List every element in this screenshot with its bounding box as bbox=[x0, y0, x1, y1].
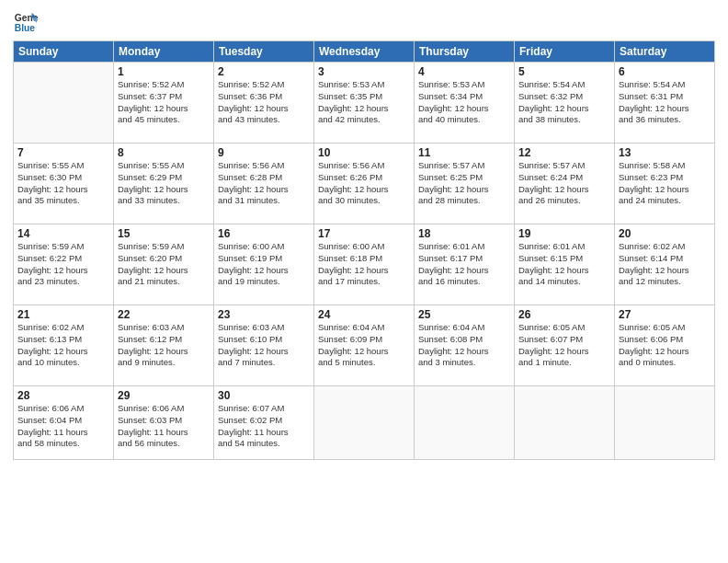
day-number: 3 bbox=[318, 65, 410, 78]
calendar-cell: 7Sunrise: 5:55 AM Sunset: 6:30 PM Daylig… bbox=[14, 144, 114, 224]
calendar-cell: 13Sunrise: 5:58 AM Sunset: 6:23 PM Dayli… bbox=[615, 144, 715, 224]
col-header-friday: Friday bbox=[515, 41, 615, 63]
day-number: 16 bbox=[218, 227, 310, 240]
day-number: 9 bbox=[218, 146, 310, 159]
calendar-cell: 30Sunrise: 6:07 AM Sunset: 6:02 PM Dayli… bbox=[214, 386, 314, 460]
day-number: 21 bbox=[17, 308, 109, 321]
calendar-cell: 6Sunrise: 5:54 AM Sunset: 6:31 PM Daylig… bbox=[615, 63, 715, 144]
day-number: 14 bbox=[17, 227, 109, 240]
day-number: 5 bbox=[518, 65, 610, 78]
day-number: 11 bbox=[418, 146, 510, 159]
calendar-cell: 29Sunrise: 6:06 AM Sunset: 6:03 PM Dayli… bbox=[114, 386, 214, 460]
day-info: Sunrise: 6:05 AM Sunset: 6:06 PM Dayligh… bbox=[619, 322, 711, 369]
day-number: 13 bbox=[619, 146, 711, 159]
day-number: 2 bbox=[218, 65, 310, 78]
day-info: Sunrise: 5:53 AM Sunset: 6:35 PM Dayligh… bbox=[318, 79, 410, 126]
calendar-header-row: SundayMondayTuesdayWednesdayThursdayFrid… bbox=[14, 41, 715, 63]
calendar-cell: 27Sunrise: 6:05 AM Sunset: 6:06 PM Dayli… bbox=[615, 305, 715, 386]
day-info: Sunrise: 5:55 AM Sunset: 6:29 PM Dayligh… bbox=[118, 160, 210, 207]
page-header: General Blue bbox=[13, 9, 715, 35]
day-info: Sunrise: 5:54 AM Sunset: 6:32 PM Dayligh… bbox=[518, 79, 610, 126]
day-info: Sunrise: 5:57 AM Sunset: 6:25 PM Dayligh… bbox=[418, 160, 510, 207]
day-info: Sunrise: 6:00 AM Sunset: 6:19 PM Dayligh… bbox=[218, 241, 310, 288]
day-info: Sunrise: 6:00 AM Sunset: 6:18 PM Dayligh… bbox=[318, 241, 410, 288]
calendar-cell: 15Sunrise: 5:59 AM Sunset: 6:20 PM Dayli… bbox=[114, 224, 214, 305]
day-info: Sunrise: 6:03 AM Sunset: 6:12 PM Dayligh… bbox=[118, 322, 210, 369]
day-info: Sunrise: 5:58 AM Sunset: 6:23 PM Dayligh… bbox=[619, 160, 711, 207]
calendar-cell: 8Sunrise: 5:55 AM Sunset: 6:29 PM Daylig… bbox=[114, 144, 214, 224]
calendar-cell bbox=[314, 386, 415, 460]
day-number: 27 bbox=[619, 308, 711, 321]
day-number: 7 bbox=[17, 146, 109, 159]
logo: General Blue bbox=[13, 9, 42, 35]
day-number: 30 bbox=[218, 389, 310, 402]
day-info: Sunrise: 6:01 AM Sunset: 6:15 PM Dayligh… bbox=[518, 241, 610, 288]
calendar-table: SundayMondayTuesdayWednesdayThursdayFrid… bbox=[13, 40, 715, 460]
col-header-sunday: Sunday bbox=[14, 41, 114, 63]
col-header-thursday: Thursday bbox=[415, 41, 515, 63]
day-info: Sunrise: 6:07 AM Sunset: 6:02 PM Dayligh… bbox=[218, 403, 310, 450]
day-info: Sunrise: 6:05 AM Sunset: 6:07 PM Dayligh… bbox=[518, 322, 610, 369]
calendar-cell bbox=[615, 386, 715, 460]
calendar-cell: 16Sunrise: 6:00 AM Sunset: 6:19 PM Dayli… bbox=[214, 224, 314, 305]
day-info: Sunrise: 5:57 AM Sunset: 6:24 PM Dayligh… bbox=[518, 160, 610, 207]
day-info: Sunrise: 6:06 AM Sunset: 6:03 PM Dayligh… bbox=[118, 403, 210, 450]
calendar-cell: 12Sunrise: 5:57 AM Sunset: 6:24 PM Dayli… bbox=[515, 144, 615, 224]
day-number: 22 bbox=[118, 308, 210, 321]
calendar-cell: 25Sunrise: 6:04 AM Sunset: 6:08 PM Dayli… bbox=[415, 305, 515, 386]
calendar-cell bbox=[515, 386, 615, 460]
day-number: 28 bbox=[17, 389, 109, 402]
svg-text:Blue: Blue bbox=[15, 23, 36, 33]
day-number: 15 bbox=[118, 227, 210, 240]
col-header-monday: Monday bbox=[114, 41, 214, 63]
day-info: Sunrise: 6:03 AM Sunset: 6:10 PM Dayligh… bbox=[218, 322, 310, 369]
calendar-cell: 28Sunrise: 6:06 AM Sunset: 6:04 PM Dayli… bbox=[14, 386, 114, 460]
day-number: 18 bbox=[418, 227, 510, 240]
day-info: Sunrise: 5:52 AM Sunset: 6:36 PM Dayligh… bbox=[218, 79, 310, 126]
day-number: 8 bbox=[118, 146, 210, 159]
day-info: Sunrise: 5:59 AM Sunset: 6:20 PM Dayligh… bbox=[118, 241, 210, 288]
day-number: 4 bbox=[418, 65, 510, 78]
calendar-cell: 3Sunrise: 5:53 AM Sunset: 6:35 PM Daylig… bbox=[314, 63, 415, 144]
day-info: Sunrise: 6:06 AM Sunset: 6:04 PM Dayligh… bbox=[17, 403, 109, 450]
day-number: 23 bbox=[218, 308, 310, 321]
day-info: Sunrise: 5:55 AM Sunset: 6:30 PM Dayligh… bbox=[17, 160, 109, 207]
calendar-cell: 4Sunrise: 5:53 AM Sunset: 6:34 PM Daylig… bbox=[415, 63, 515, 144]
day-info: Sunrise: 5:56 AM Sunset: 6:26 PM Dayligh… bbox=[318, 160, 410, 207]
calendar-cell: 19Sunrise: 6:01 AM Sunset: 6:15 PM Dayli… bbox=[515, 224, 615, 305]
calendar-cell: 1Sunrise: 5:52 AM Sunset: 6:37 PM Daylig… bbox=[114, 63, 214, 144]
day-number: 26 bbox=[518, 308, 610, 321]
calendar-cell: 17Sunrise: 6:00 AM Sunset: 6:18 PM Dayli… bbox=[314, 224, 415, 305]
day-info: Sunrise: 6:01 AM Sunset: 6:17 PM Dayligh… bbox=[418, 241, 510, 288]
day-info: Sunrise: 6:02 AM Sunset: 6:13 PM Dayligh… bbox=[17, 322, 109, 369]
day-info: Sunrise: 6:02 AM Sunset: 6:14 PM Dayligh… bbox=[619, 241, 711, 288]
day-number: 1 bbox=[118, 65, 210, 78]
calendar-cell: 26Sunrise: 6:05 AM Sunset: 6:07 PM Dayli… bbox=[515, 305, 615, 386]
calendar-cell: 11Sunrise: 5:57 AM Sunset: 6:25 PM Dayli… bbox=[415, 144, 515, 224]
day-number: 29 bbox=[118, 389, 210, 402]
day-number: 24 bbox=[318, 308, 410, 321]
calendar-cell: 20Sunrise: 6:02 AM Sunset: 6:14 PM Dayli… bbox=[615, 224, 715, 305]
calendar-cell: 9Sunrise: 5:56 AM Sunset: 6:28 PM Daylig… bbox=[214, 144, 314, 224]
day-info: Sunrise: 6:04 AM Sunset: 6:09 PM Dayligh… bbox=[318, 322, 410, 369]
calendar-cell: 5Sunrise: 5:54 AM Sunset: 6:32 PM Daylig… bbox=[515, 63, 615, 144]
day-info: Sunrise: 5:53 AM Sunset: 6:34 PM Dayligh… bbox=[418, 79, 510, 126]
day-number: 12 bbox=[518, 146, 610, 159]
logo-icon: General Blue bbox=[13, 9, 39, 35]
day-number: 19 bbox=[518, 227, 610, 240]
day-info: Sunrise: 5:59 AM Sunset: 6:22 PM Dayligh… bbox=[17, 241, 109, 288]
calendar-cell: 14Sunrise: 5:59 AM Sunset: 6:22 PM Dayli… bbox=[14, 224, 114, 305]
day-info: Sunrise: 5:54 AM Sunset: 6:31 PM Dayligh… bbox=[619, 79, 711, 126]
calendar-cell bbox=[14, 63, 114, 144]
calendar-cell: 18Sunrise: 6:01 AM Sunset: 6:17 PM Dayli… bbox=[415, 224, 515, 305]
calendar-cell: 2Sunrise: 5:52 AM Sunset: 6:36 PM Daylig… bbox=[214, 63, 314, 144]
day-number: 6 bbox=[619, 65, 711, 78]
day-info: Sunrise: 6:04 AM Sunset: 6:08 PM Dayligh… bbox=[418, 322, 510, 369]
col-header-saturday: Saturday bbox=[615, 41, 715, 63]
day-number: 25 bbox=[418, 308, 510, 321]
calendar-cell: 21Sunrise: 6:02 AM Sunset: 6:13 PM Dayli… bbox=[14, 305, 114, 386]
day-info: Sunrise: 5:56 AM Sunset: 6:28 PM Dayligh… bbox=[218, 160, 310, 207]
calendar-cell bbox=[415, 386, 515, 460]
day-info: Sunrise: 5:52 AM Sunset: 6:37 PM Dayligh… bbox=[118, 79, 210, 126]
day-number: 17 bbox=[318, 227, 410, 240]
